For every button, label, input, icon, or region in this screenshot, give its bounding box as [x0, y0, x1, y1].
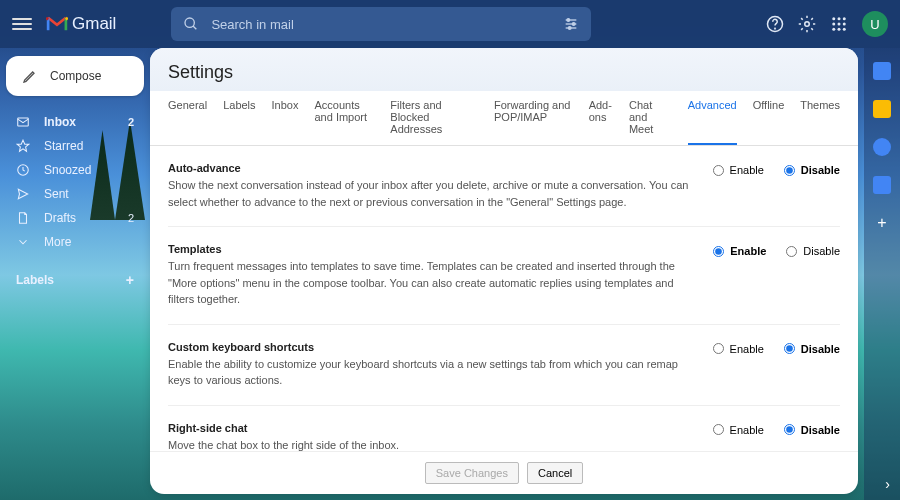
svg-line-1: [193, 26, 196, 29]
save-changes-button[interactable]: Save Changes: [425, 462, 519, 484]
tab-forwarding-and-pop/imap[interactable]: Forwarding and POP/IMAP: [494, 91, 573, 145]
setting-desc: Enable the ability to customize your key…: [168, 356, 693, 389]
setting-desc: Show the next conversation instead of yo…: [168, 177, 693, 210]
setting-name: Templates: [168, 243, 693, 255]
nav-icon-snoozed: [16, 163, 30, 177]
nav-count: 2: [128, 212, 134, 224]
tab-general[interactable]: General: [168, 91, 207, 145]
nav-label: Sent: [44, 187, 134, 201]
svg-point-16: [843, 23, 846, 26]
page-title: Settings: [168, 62, 840, 83]
nav-label: Snoozed: [44, 163, 134, 177]
add-label-icon[interactable]: +: [126, 272, 134, 288]
svg-point-7: [569, 27, 572, 30]
setting-row: Custom keyboard shortcuts Enable the abi…: [168, 325, 840, 406]
contacts-icon[interactable]: [873, 176, 891, 194]
tab-accounts-and-import[interactable]: Accounts and Import: [314, 91, 374, 145]
keep-icon[interactable]: [873, 100, 891, 118]
nav-icon-sent: [16, 187, 30, 201]
enable-option[interactable]: Enable: [713, 343, 764, 355]
tab-themes[interactable]: Themes: [800, 91, 840, 145]
setting-row: Auto-advance Show the next conversation …: [168, 146, 840, 227]
tab-labels[interactable]: Labels: [223, 91, 255, 145]
svg-point-12: [838, 17, 841, 20]
nav-count: 2: [128, 116, 134, 128]
svg-point-10: [805, 22, 810, 27]
sidebar-item-drafts[interactable]: Drafts2: [6, 206, 144, 230]
tab-inbox[interactable]: Inbox: [272, 91, 299, 145]
svg-point-19: [843, 28, 846, 31]
tab-chat-and-meet[interactable]: Chat and Meet: [629, 91, 672, 145]
nav-label: Starred: [44, 139, 134, 153]
cancel-button[interactable]: Cancel: [527, 462, 583, 484]
labels-header: Labels +: [6, 264, 144, 296]
tab-offline[interactable]: Offline: [753, 91, 785, 145]
calendar-icon[interactable]: [873, 62, 891, 80]
tab-filters-and-blocked-addresses[interactable]: Filters and Blocked Addresses: [390, 91, 478, 145]
nav-label: Inbox: [44, 115, 128, 129]
setting-desc: Turn frequent messages into templates to…: [168, 258, 693, 308]
tasks-icon[interactable]: [873, 138, 891, 156]
pencil-icon: [22, 68, 38, 84]
svg-point-0: [185, 18, 194, 27]
search-bar[interactable]: [171, 7, 591, 41]
add-addon-icon[interactable]: +: [877, 214, 886, 232]
nav-icon-drafts: [16, 211, 30, 225]
svg-point-5: [567, 19, 570, 22]
nav-icon-inbox: [16, 115, 30, 129]
svg-point-9: [775, 28, 776, 29]
tune-icon[interactable]: [563, 16, 579, 32]
labels-header-text: Labels: [16, 273, 54, 287]
setting-name: Auto-advance: [168, 162, 693, 174]
tab-advanced[interactable]: Advanced: [688, 91, 737, 145]
avatar[interactable]: U: [862, 11, 888, 37]
disable-option[interactable]: Disable: [784, 164, 840, 176]
search-input[interactable]: [211, 17, 563, 32]
nav-label: Drafts: [44, 211, 128, 225]
setting-desc: Move the chat box to the right side of t…: [168, 437, 693, 452]
setting-name: Custom keyboard shortcuts: [168, 341, 693, 353]
gear-icon[interactable]: [798, 15, 816, 33]
disable-option[interactable]: Disable: [786, 245, 840, 257]
svg-point-14: [832, 23, 835, 26]
disable-option[interactable]: Disable: [784, 343, 840, 355]
nav-label: More: [44, 235, 134, 249]
sidebar-item-starred[interactable]: Starred: [6, 134, 144, 158]
apps-icon[interactable]: [830, 15, 848, 33]
sidebar-item-more[interactable]: More: [6, 230, 144, 254]
setting-row: Right-side chat Move the chat box to the…: [168, 406, 840, 452]
svg-point-13: [843, 17, 846, 20]
nav-icon-starred: [16, 139, 30, 153]
help-icon[interactable]: [766, 15, 784, 33]
enable-option[interactable]: Enable: [713, 424, 764, 436]
sidebar-item-sent[interactable]: Sent: [6, 182, 144, 206]
disable-option[interactable]: Disable: [784, 424, 840, 436]
enable-option[interactable]: Enable: [713, 164, 764, 176]
tab-add-ons[interactable]: Add-ons: [589, 91, 613, 145]
sidebar-item-snoozed[interactable]: Snoozed: [6, 158, 144, 182]
compose-label: Compose: [50, 69, 101, 83]
gmail-logo[interactable]: Gmail: [46, 14, 116, 34]
setting-row: Templates Turn frequent messages into te…: [168, 227, 840, 325]
enable-option[interactable]: Enable: [713, 245, 766, 257]
svg-point-17: [832, 28, 835, 31]
nav-icon-more: [16, 235, 30, 249]
setting-name: Right-side chat: [168, 422, 693, 434]
svg-point-11: [832, 17, 835, 20]
sidebar-item-inbox[interactable]: Inbox2: [6, 110, 144, 134]
svg-point-18: [838, 28, 841, 31]
svg-point-15: [838, 23, 841, 26]
chevron-right-icon[interactable]: ›: [885, 476, 890, 492]
search-icon: [183, 16, 199, 32]
menu-icon[interactable]: [12, 14, 32, 34]
svg-point-6: [573, 23, 576, 26]
compose-button[interactable]: Compose: [6, 56, 144, 96]
